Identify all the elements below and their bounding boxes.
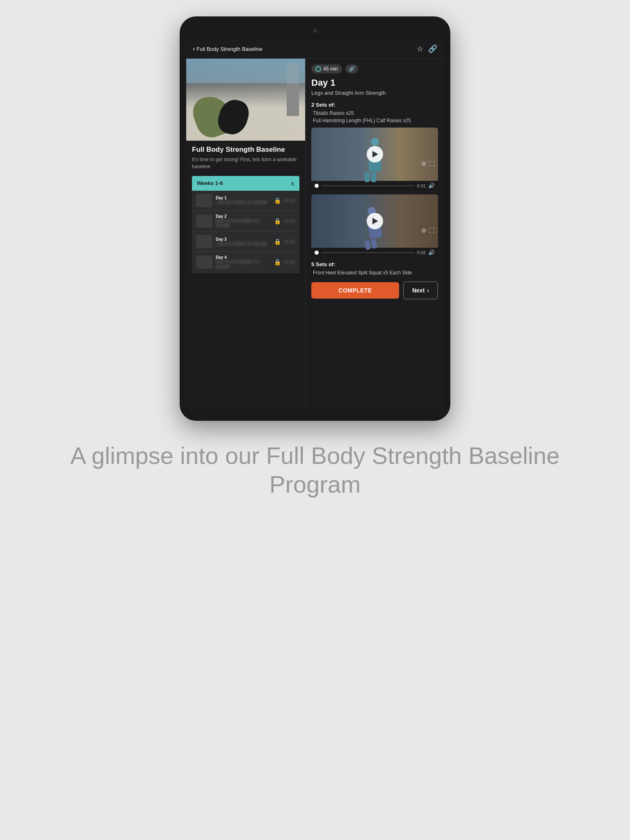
list-item[interactable]: Day 3 Legs and Straight Arm Strength 🔒 4… [192,232,299,252]
right-panel: 45 min 🔗 Day 1 Legs and Straight Arm Str… [305,59,444,409]
video-time-1: 0:41 [417,183,426,188]
workout-meta: 45 min 🔗 [311,64,438,73]
list-item[interactable]: Day 4 Bent Arm and Straight Arm Strength… [192,252,299,273]
play-button-1[interactable] [367,146,383,162]
exercise-item-2: Front Heel Elevated Split Squat x5 Each … [311,270,438,276]
day-thumbnail [196,235,212,248]
main-content: Full Body Strength Baseline It's time to… [186,59,444,409]
program-desc: It's time to get strong! First, lets for… [192,156,299,170]
day-info: Day 1 Legs and Straight Arm Strength [216,196,271,205]
day-subtitle: Legs and Straight Arm Strength [216,242,271,247]
next-label: Next [412,287,425,294]
sets-label-2: 5 Sets of: [311,261,438,267]
list-item[interactable]: Day 1 Legs and Straight Arm Strength 🔒 4… [192,191,299,211]
video-overlay-icons-1: ⚙ ⛶ [421,160,435,167]
day-thumbnail [196,215,212,228]
day-duration: 45 min [284,199,295,203]
day-info: Day 4 Bent Arm and Straight Arm Strength [216,255,271,269]
exercise-item: Tibialis Raises x25 [311,110,438,116]
app-header: ‹ Full Body Strength Baseline ☆ 🔗 [186,39,444,59]
day-thumbnail [196,256,212,269]
back-nav[interactable]: ‹ Full Body Strength Baseline [193,45,262,52]
sets-label: 2 Sets of: [311,102,438,108]
clock-icon [315,66,321,72]
tablet-camera [313,29,317,33]
duration-text: 45 min [323,66,338,72]
lock-icon: 🔒 [274,238,281,245]
weeks-header[interactable]: Weeks 1-6 ∧ [192,176,299,191]
day-list: Day 1 Legs and Straight Arm Strength 🔒 4… [192,191,299,273]
window-light [186,59,305,83]
day-info: Day 2 Bent Arm and Straight Arm Strength [216,214,271,228]
tagline-text: A glimpse into our Full Body Strength Ba… [33,441,597,498]
exercise-item: Full Hamstring Length (FHL) Calf Raises … [311,118,438,123]
video-player-2[interactable]: ⚙ ⛶ 0:58 🔊 [311,194,438,257]
video-progress-dot-2 [315,251,319,255]
weeks-chevron-icon: ∧ [290,180,294,187]
play-triangle-icon [372,151,378,158]
day-thumbnail [196,194,212,207]
action-bar: COMPLETE Next › [311,281,438,299]
fullscreen-icon-2[interactable]: ⛶ [429,227,435,234]
day-duration: 40 min [284,260,295,264]
link-icon[interactable]: 🔗 [428,44,437,53]
settings-icon-2[interactable]: ⚙ [421,227,427,234]
next-button[interactable]: Next › [403,281,438,299]
settings-icon[interactable]: ⚙ [421,160,427,167]
star-icon[interactable]: ☆ [417,44,423,53]
time-badge: 45 min [311,64,342,73]
gym-bg [186,59,305,141]
lock-icon: 🔒 [274,197,281,204]
tablet-frame: ‹ Full Body Strength Baseline ☆ 🔗 [180,16,450,421]
weeks-accordion: Weeks 1-6 ∧ Day 1 Legs and Straight Arm … [192,176,299,273]
lock-icon: 🔒 [274,218,281,224]
complete-button[interactable]: COMPLETE [311,282,399,299]
left-panel: Full Body Strength Baseline It's time to… [186,59,305,409]
day-duration: 40 min [284,219,295,223]
day-name: Day 4 [216,255,271,260]
day-subtitle: Bent Arm and Straight Arm Strength [216,219,271,228]
tagline-section: A glimpse into our Full Body Strength Ba… [0,441,630,523]
day-duration: 45 min [284,240,295,244]
volume-icon-2[interactable]: 🔊 [428,249,435,256]
day-name: Day 2 [216,214,271,219]
day-name: Day 1 [216,196,271,200]
back-chevron-icon: ‹ [193,45,195,52]
video-controls-1: 0:41 🔊 [311,181,438,190]
volume-icon-1[interactable]: 🔊 [428,183,435,189]
app-screen: ‹ Full Body Strength Baseline ☆ 🔗 [186,39,444,409]
video-player-1[interactable]: ⚙ ⛶ 0:41 🔊 [311,128,438,190]
link-badge[interactable]: 🔗 [345,64,358,73]
video-progress-dot [315,184,319,188]
next-chevron-icon: › [427,287,429,294]
hero-image [186,59,305,141]
play-button-2[interactable] [367,213,383,229]
workout-day-title: Day 1 [311,78,438,88]
video-time-2: 0:58 [417,250,426,255]
day-name: Day 3 [216,237,271,242]
fullscreen-icon[interactable]: ⛶ [429,160,435,167]
day-info: Day 3 Legs and Straight Arm Strength [216,237,271,247]
list-item[interactable]: Day 2 Bent Arm and Straight Arm Strength… [192,211,299,232]
video-progress-bar-2[interactable] [321,252,415,253]
video-frame-2: ⚙ ⛶ [311,194,438,248]
weeks-label: Weeks 1-6 [197,180,223,186]
video-frame-1: ⚙ ⛶ [311,128,438,181]
video-controls-2: 0:58 🔊 [311,248,438,257]
day-subtitle: Bent Arm and Straight Arm Strength [216,260,271,269]
play-triangle-icon [372,218,378,224]
lock-icon: 🔒 [274,259,281,265]
header-actions: ☆ 🔗 [417,44,437,53]
left-panel-content: Full Body Strength Baseline It's time to… [186,141,305,281]
day-subtitle: Legs and Straight Arm Strength [216,200,271,205]
video-progress-bar[interactable] [321,185,415,186]
workout-day-subtitle: Legs and Straight Arm Strength [311,90,438,96]
back-label: Full Body Strength Baseline [196,46,262,52]
program-title: Full Body Strength Baseline [192,146,299,154]
video-overlay-icons-2: ⚙ ⛶ [421,227,435,234]
